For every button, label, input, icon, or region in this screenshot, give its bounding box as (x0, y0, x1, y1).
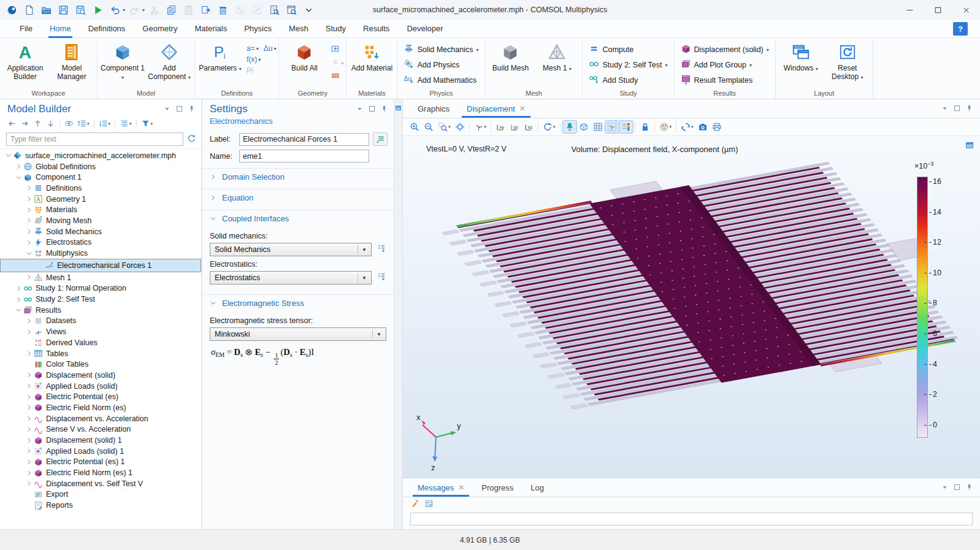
nav-forward-button[interactable] (19, 118, 31, 129)
variables-button[interactable]: a=▾ (247, 44, 259, 53)
redo-button[interactable] (126, 2, 142, 18)
refresh-icon[interactable] (187, 134, 196, 145)
snapshot-button[interactable] (696, 121, 710, 133)
save-button[interactable] (55, 2, 71, 18)
expander-expanded-icon[interactable] (4, 151, 12, 160)
select-remove-button[interactable] (232, 2, 248, 18)
dropdown-arrow-icon[interactable]: ▾ (123, 7, 125, 13)
reset-desktop-button[interactable]: Reset Desktop ▾ (825, 39, 870, 86)
funnel-button[interactable]: ▾ (140, 118, 155, 129)
pin-panel-icon[interactable] (965, 483, 974, 492)
add-study-button[interactable]: Add Study (585, 74, 671, 87)
solid-mechanics-select[interactable]: Solid Mechanics ▼ (210, 243, 372, 256)
expander-collapsed-icon[interactable] (25, 327, 33, 336)
float-panel-icon[interactable] (368, 105, 377, 113)
expander-collapsed-icon[interactable] (25, 425, 33, 434)
expander-collapsed-icon[interactable] (25, 184, 33, 193)
close-tab-icon[interactable]: ✕ (458, 483, 464, 492)
plot-window-icon[interactable] (965, 141, 974, 152)
rename-button[interactable] (373, 132, 388, 146)
tree-item-geometry-1[interactable]: AGeometry 1 (0, 194, 201, 205)
filter-input[interactable] (6, 132, 183, 146)
electrostatics-select[interactable]: Electrostatics ▼ (210, 271, 372, 285)
nav-back-button[interactable] (6, 118, 18, 129)
tree-item-tables[interactable]: Tables (0, 348, 201, 359)
build-mesh-button[interactable]: Build Mesh (488, 39, 533, 86)
parameters-button[interactable]: PiParameters ▾ (197, 39, 243, 86)
default-view-button[interactable]: ▾ (472, 121, 489, 133)
expander-collapsed-icon[interactable] (14, 295, 23, 304)
menu-tab-geometry[interactable]: Geometry (134, 20, 186, 38)
tree-item-displacement-vs-acceleration[interactable]: Displacement vs. Acceleration (0, 413, 201, 424)
add-mathematics-button[interactable]: ΔuAdd Mathematics (400, 74, 482, 87)
menu-tab-study[interactable]: Study (317, 20, 354, 38)
minimize-button[interactable] (895, 0, 924, 20)
menu-tab-results[interactable]: Results (354, 20, 398, 38)
maximize-button[interactable] (924, 0, 952, 20)
panel-menu-icon[interactable] (356, 105, 364, 113)
expander-expanded-icon[interactable] (14, 306, 23, 315)
expander-collapsed-icon[interactable] (25, 457, 33, 466)
model-manager-button[interactable]: Model Manager (49, 39, 94, 86)
tree-item-displacement-vs-self-test-v[interactable]: Displacement vs. Self Test V (0, 478, 201, 489)
add-list-icon[interactable] (377, 243, 386, 256)
compute-button[interactable]: Compute (585, 43, 671, 56)
expander-collapsed-icon[interactable] (25, 205, 33, 214)
tree-item-surface-micromachined-accelerometer-mph[interactable]: surface_micromachined_accelerometer.mph (0, 150, 201, 161)
tree-item-electric-potential-es[interactable]: Electric Potential (es) (0, 391, 201, 402)
add-plot-group-button[interactable]: Add Plot Group▾ (677, 58, 773, 72)
menu-tab-materials[interactable]: Materials (186, 20, 235, 38)
tree-item-export[interactable]: Export (0, 489, 201, 500)
expand-list-button[interactable]: ▾ (76, 118, 91, 129)
tree-item-reports[interactable]: Reports (0, 500, 201, 511)
delete-button[interactable] (215, 2, 231, 18)
tree-item-mesh-1[interactable]: Mesh 1 (0, 272, 201, 283)
parameter-case-button[interactable]: Pi (247, 66, 253, 75)
chevron-down-button[interactable] (301, 2, 316, 18)
zoom-extents-button[interactable] (453, 121, 467, 133)
dropdown-arrow-icon[interactable]: ▾ (142, 7, 145, 13)
paste-button[interactable] (180, 2, 196, 18)
tree-item-derived-values[interactable]: 8.85e-12Derived Values (0, 337, 201, 348)
show-legend-button[interactable] (619, 121, 633, 133)
panel-menu-icon[interactable] (163, 105, 172, 113)
view-xz-button[interactable]: xz (522, 121, 535, 133)
expander-collapsed-icon[interactable] (25, 468, 33, 477)
expander-collapsed-icon[interactable] (25, 371, 33, 380)
move-down-button[interactable] (45, 118, 56, 129)
expander-collapsed-icon[interactable] (14, 162, 23, 171)
open-table-button[interactable] (424, 499, 434, 511)
float-panel-icon[interactable] (175, 105, 184, 113)
tree-item-electromechanical-forces-1[interactable]: Electromechanical Forces 1 (0, 259, 201, 272)
copy-button[interactable] (163, 2, 179, 18)
expander-collapsed-icon[interactable] (25, 238, 33, 246)
label-field[interactable] (239, 133, 369, 146)
scene-light-button[interactable] (563, 121, 576, 133)
find-window-button[interactable] (283, 2, 299, 18)
nodes-view-button[interactable]: ▾ (118, 118, 133, 129)
view-xy-button[interactable]: xy (494, 121, 507, 133)
show-eye-button[interactable] (63, 118, 75, 129)
add-material-button[interactable]: Add Material (349, 39, 394, 86)
menu-tab-physics[interactable]: Physics (235, 20, 280, 38)
menu-tab-mesh[interactable]: Mesh (280, 20, 317, 38)
section-domain-selection[interactable]: Domain Selection (202, 169, 394, 185)
add-physics-button[interactable]: Add Physics (400, 58, 482, 72)
tree-item-global-definitions[interactable]: Global Definitions (0, 161, 201, 172)
dependent-variables-button[interactable]: Δu▾ (264, 44, 277, 53)
docked-panel-icon[interactable] (395, 103, 402, 114)
close-button[interactable] (952, 0, 980, 20)
deselect-button[interactable] (249, 2, 265, 18)
new-file-button[interactable] (21, 2, 37, 18)
expander-expanded-icon[interactable] (14, 173, 23, 181)
component-1-button[interactable]: Component 1 ▾ (100, 39, 145, 86)
show-axes-button[interactable] (605, 121, 619, 133)
pin-panel-icon[interactable] (380, 105, 389, 113)
tree-item-study-2-self-test[interactable]: Study 2: Self Test (0, 294, 201, 305)
view-yz-button[interactable]: yz (508, 121, 521, 133)
displacement-solid-button[interactable]: Displacement (solid)▾ (677, 43, 773, 56)
tree-item-displacement-solid-1[interactable]: Displacement (solid) 1 (0, 435, 201, 446)
menu-tab-file[interactable]: File (11, 20, 41, 38)
section-equation[interactable]: Equation (202, 189, 394, 206)
environment-button[interactable]: ▾ (657, 121, 674, 133)
